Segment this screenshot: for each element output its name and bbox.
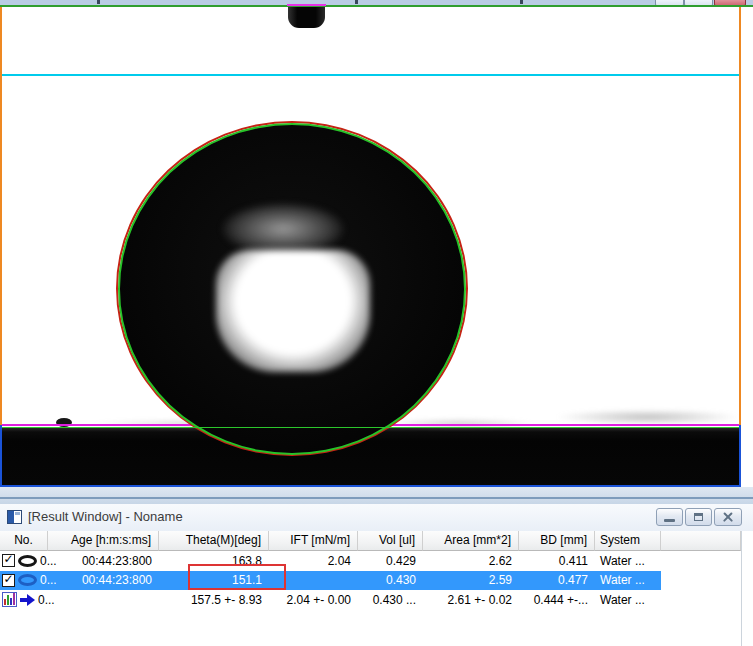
drop-light-reflection bbox=[216, 250, 370, 372]
result-window: [Result Window] - Noname No. Age [h:m:s:… bbox=[0, 504, 753, 646]
results-table: No. Age [h:m:s:ms] Theta(M)[deg] IFT [mN… bbox=[0, 531, 753, 610]
col-header-theta[interactable]: Theta(M)[deg] bbox=[159, 531, 269, 551]
row-no-label: 0... bbox=[38, 593, 55, 607]
minimize-button[interactable] bbox=[656, 508, 683, 526]
view-border-right-lower bbox=[739, 425, 741, 487]
drop-highlight-diffuse bbox=[222, 203, 344, 255]
upper-guide-line[interactable] bbox=[2, 74, 739, 76]
system-cell: Water ... bbox=[595, 593, 661, 607]
area-cell: 2.59 bbox=[423, 573, 519, 587]
titlebar-text-fragment bbox=[97, 0, 100, 4]
col-header-vol[interactable]: Vol [ul] bbox=[358, 531, 423, 551]
result-window-titlebar[interactable]: [Result Window] - Noname bbox=[0, 504, 753, 531]
baseline-fit-line bbox=[0, 427, 741, 429]
result-window-icon bbox=[7, 510, 22, 524]
area-cell: 2.62 bbox=[423, 554, 519, 568]
col-header-bd[interactable]: BD [mm] bbox=[519, 531, 595, 551]
table-header-row: No. Age [h:m:s:ms] Theta(M)[deg] IFT [mN… bbox=[0, 531, 753, 551]
result-row-statistics[interactable]: 0... 157.5 +- 8.93 2.04 +- 0.00 0.430 ..… bbox=[0, 590, 661, 610]
vol-cell: 0.430 ... bbox=[358, 593, 423, 607]
view-border-left-lower bbox=[0, 425, 2, 487]
dispense-needle bbox=[288, 7, 325, 28]
drop-shape-icon bbox=[18, 574, 37, 586]
theta-cell: 157.5 +- 8.93 bbox=[159, 593, 269, 607]
system-cell: Water ... bbox=[595, 554, 661, 568]
age-cell: 00:44:23:800 bbox=[48, 554, 159, 568]
app-screen: [Result Window] - Noname No. Age [h:m:s:… bbox=[0, 0, 753, 646]
view-border-right bbox=[739, 7, 741, 425]
age-cell: 00:44:23:800 bbox=[48, 573, 159, 587]
needle-marker-line bbox=[287, 4, 326, 7]
titlebar-text-fragment bbox=[520, 0, 523, 4]
minimize-icon bbox=[664, 519, 675, 522]
drop-camera-view[interactable] bbox=[0, 7, 753, 487]
row-id-cell: ✓ 0... bbox=[0, 554, 48, 568]
system-cell: Water ... bbox=[595, 573, 661, 587]
restore-button[interactable] bbox=[685, 508, 712, 526]
surface-smudge bbox=[555, 409, 740, 425]
statistics-chart-icon bbox=[2, 592, 17, 607]
col-header-system[interactable]: System bbox=[595, 531, 661, 551]
close-button[interactable] bbox=[714, 508, 742, 526]
highlight-annotation-box bbox=[188, 564, 286, 590]
titlebar-text-fragment bbox=[355, 0, 358, 4]
bd-cell: 0.411 bbox=[519, 554, 595, 568]
col-header-age[interactable]: Age [h:m:s:ms] bbox=[48, 531, 159, 551]
window-frame-edge bbox=[0, 497, 753, 499]
column-grid-line bbox=[741, 531, 742, 646]
bd-cell: 0.444 +-... bbox=[519, 593, 595, 607]
close-icon bbox=[722, 511, 734, 523]
ift-cell: 2.04 +- 0.00 bbox=[269, 593, 358, 607]
col-header-area[interactable]: Area [mm*2] bbox=[423, 531, 519, 551]
col-header-no[interactable]: No. bbox=[0, 531, 48, 551]
arrow-right-icon bbox=[20, 594, 35, 606]
vol-cell: 0.430 bbox=[358, 573, 423, 587]
row-checkbox[interactable]: ✓ bbox=[2, 574, 15, 587]
window-frame-strip bbox=[0, 487, 753, 504]
view-border-left bbox=[0, 7, 2, 425]
restore-icon bbox=[694, 513, 703, 521]
row-id-cell: ✓ 0... bbox=[0, 573, 48, 587]
vol-cell: 0.429 bbox=[358, 554, 423, 568]
result-window-title: [Result Window] - Noname bbox=[28, 509, 183, 524]
result-row[interactable]: ✓ 0... 00:44:23:800 163.8 2.04 0.429 2.6… bbox=[0, 551, 661, 571]
col-header-extra[interactable] bbox=[661, 531, 741, 551]
area-cell: 2.61 +- 0.02 bbox=[423, 593, 519, 607]
row-checkbox[interactable]: ✓ bbox=[2, 554, 15, 567]
drop-shape-icon bbox=[18, 555, 37, 567]
result-row-selected[interactable]: ✓ 0... 00:44:23:800 151.1 0.430 2.59 0.4… bbox=[0, 571, 661, 591]
row-id-cell: 0... bbox=[0, 592, 48, 607]
col-header-ift[interactable]: IFT [mN/m] bbox=[269, 531, 358, 551]
bd-cell: 0.477 bbox=[519, 573, 595, 587]
